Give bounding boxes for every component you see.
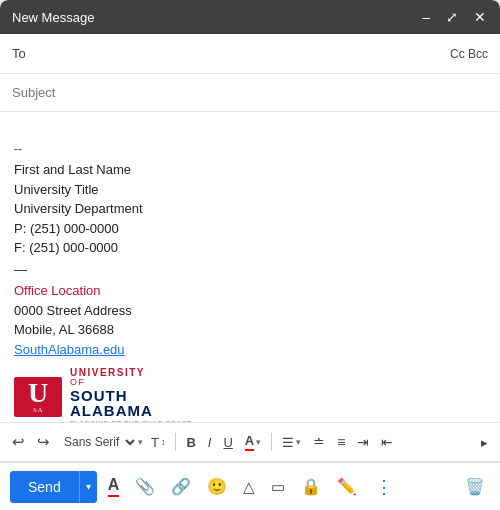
emoji-icon: 🙂	[207, 477, 227, 496]
logo-south: SOUTH	[70, 388, 192, 403]
discard-button[interactable]: 🗑️	[460, 473, 490, 500]
body-area[interactable]: -- First and Last Name University Title …	[0, 112, 500, 422]
logo-alabama: ALABAMA	[70, 403, 192, 418]
font-color-button[interactable]: A ▾	[241, 430, 265, 454]
cc-bcc-button[interactable]: Cc Bcc	[450, 47, 488, 61]
more-formatting-button[interactable]: ▸	[477, 432, 492, 453]
sig-phone: P: (251) 000-0000	[14, 219, 486, 239]
align-button[interactable]: ☰ ▾	[278, 432, 305, 453]
compose-window: New Message – ⤢ ✕ To Cc Bcc -- First and…	[0, 0, 500, 510]
subject-row	[0, 74, 500, 112]
bold-button[interactable]: B	[182, 432, 199, 453]
usa-logo: U SA UNIVERSITY OF SOUTH ALABAMA FLAGSHI…	[14, 367, 486, 422]
close-button[interactable]: ✕	[472, 8, 488, 26]
link-button[interactable]: 🔗	[166, 473, 196, 500]
font-color-bottom-icon: A	[108, 476, 120, 497]
send-dropdown-icon: ▾	[86, 481, 91, 492]
font-color-bottom-button[interactable]: A	[103, 472, 125, 501]
underline-button[interactable]: U	[219, 432, 236, 453]
expand-button[interactable]: ⤢	[444, 8, 460, 26]
usa-logo-icon: U SA	[14, 377, 62, 417]
redo-button[interactable]: ↪	[33, 430, 54, 454]
sig-location: Office Location	[14, 281, 486, 301]
toolbar-separator-2	[271, 433, 272, 451]
signature-button[interactable]: ✏️	[332, 473, 362, 500]
title-bar: New Message – ⤢ ✕	[0, 0, 500, 34]
svg-text:SA: SA	[33, 406, 43, 414]
sig-title: University Title	[14, 180, 486, 200]
font-chevron-icon: ▾	[138, 437, 143, 447]
lock-icon: 🔒	[301, 477, 321, 496]
send-dropdown-button[interactable]: ▾	[79, 471, 97, 503]
attach-icon: 📎	[135, 477, 155, 496]
title-bar-controls: – ⤢ ✕	[420, 8, 488, 26]
align-chevron-icon: ▾	[296, 437, 301, 447]
undo-button[interactable]: ↩	[8, 430, 29, 454]
indent-button[interactable]: ⇥	[353, 431, 373, 453]
font-color-icon: A	[245, 433, 254, 451]
outdent-button[interactable]: ⇤	[377, 431, 397, 453]
numbered-list-button[interactable]: ≐	[309, 431, 329, 453]
sig-street: 0000 Street Address	[14, 301, 486, 321]
photo-icon: ▭	[271, 478, 285, 496]
separator-2: —	[14, 260, 486, 280]
toolbar-separator-1	[175, 433, 176, 451]
sig-fax: F: (251) 000-0000	[14, 238, 486, 258]
to-label: To	[12, 46, 32, 61]
sig-url[interactable]: SouthAlabama.edu	[14, 340, 486, 360]
align-icon: ☰	[282, 435, 294, 450]
link-icon: 🔗	[171, 477, 191, 496]
bullet-list-button[interactable]: ≡	[333, 431, 349, 453]
font-select[interactable]: Sans Serif	[58, 432, 138, 452]
separator-1: --	[14, 140, 486, 158]
to-row: To Cc Bcc	[0, 34, 500, 74]
lock-button[interactable]: 🔒	[296, 473, 326, 500]
attach-button[interactable]: 📎	[130, 473, 160, 500]
minimize-button[interactable]: –	[420, 8, 432, 26]
window-title: New Message	[12, 10, 94, 25]
bottom-toolbar: Send ▾ A 📎 🔗 🙂 △ ▭ 🔒 ✏️ ⋮	[0, 462, 500, 510]
drive-button[interactable]: △	[238, 474, 260, 500]
text-size-button[interactable]: T↕	[147, 432, 169, 453]
to-input[interactable]	[40, 46, 450, 61]
more-options-icon: ⋮	[375, 476, 393, 498]
send-button[interactable]: Send	[10, 471, 79, 503]
font-color-chevron-icon: ▾	[256, 437, 261, 447]
subject-input[interactable]	[12, 85, 488, 100]
send-group: Send ▾	[10, 471, 97, 503]
pen-icon: ✏️	[337, 477, 357, 496]
usa-logo-text: UNIVERSITY OF SOUTH ALABAMA FLAGSHIP OF …	[70, 367, 192, 422]
sig-name: First and Last Name	[14, 160, 486, 180]
font-selector[interactable]: Sans Serif ▾	[58, 432, 143, 452]
svg-text:U: U	[28, 377, 48, 408]
formatting-toolbar: ↩ ↪ Sans Serif ▾ T↕ B I U A ▾ ☰ ▾ ≐ ≡ ⇥ …	[0, 422, 500, 462]
drive-icon: △	[243, 478, 255, 496]
more-options-button[interactable]: ⋮	[368, 472, 398, 502]
sig-dept: University Department	[14, 199, 486, 219]
sig-city: Mobile, AL 36688	[14, 320, 486, 340]
trash-icon: 🗑️	[465, 477, 485, 496]
photo-button[interactable]: ▭	[266, 474, 290, 500]
emoji-button[interactable]: 🙂	[202, 473, 232, 500]
logo-university: UNIVERSITY	[70, 367, 192, 378]
italic-button[interactable]: I	[204, 432, 216, 453]
